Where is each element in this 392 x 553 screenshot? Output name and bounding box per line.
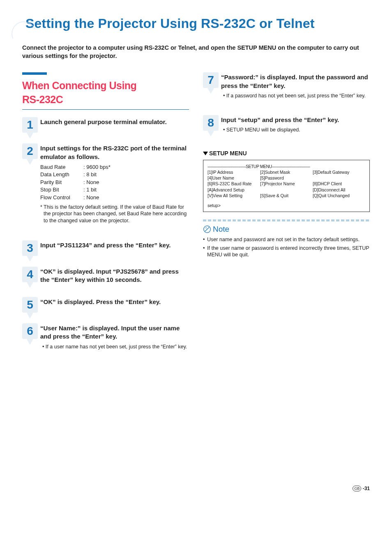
step-7-bullet: • If a password has not yet been set, ju… — [221, 92, 370, 99]
step-8-bullet-text: SETUP MENU will be displayed. — [226, 127, 300, 133]
setup-menu-box: -------------------------------SETUP MEN… — [203, 160, 370, 212]
step-tail-icon — [208, 131, 214, 136]
step-5: 5 “OK” is displayed. Press the “Enter” k… — [22, 297, 189, 313]
parity-bit-label: Parity Bit — [40, 179, 83, 186]
sm-r5c2: [S]Save & Quit — [260, 193, 313, 198]
sm-r2c2: [5]Password — [260, 175, 313, 181]
svg-point-2 — [205, 227, 206, 228]
note-item-1: User name and password are not set in th… — [203, 236, 370, 243]
note-item-2: If the user name or password is entered … — [203, 245, 370, 259]
step-4-title: “OK” is displayed. Input “PJS25678” and … — [40, 267, 189, 284]
step-2: 2 Input settings for the RS-232C port of… — [22, 143, 189, 229]
step-7-bullet-text: If a password has not yet been set, just… — [226, 93, 366, 99]
sm-r2c1: [4]User Name — [208, 175, 260, 181]
step-7-title: “Password:” is displayed. Input the pass… — [221, 73, 370, 90]
sm-r4c3: [D]Disconnect All — [313, 187, 365, 193]
step-tail-icon — [27, 159, 33, 165]
section-heading: When Connecting Using RS-232C — [22, 79, 189, 107]
step-3: 3 Input “PJS11234” and press the “Enter”… — [22, 240, 189, 256]
data-length-value: : 8 bit — [83, 171, 97, 178]
step-number-2: 2 — [22, 143, 38, 159]
step-number-1: 1 — [22, 117, 38, 133]
step-1-title: Launch general purpose terminal emulator… — [40, 118, 189, 126]
note-icon — [203, 225, 211, 233]
parity-bit-value: : None — [83, 179, 99, 186]
section-heading-line1: When Connecting Using — [22, 80, 136, 91]
step-7: 7 “Password:” is displayed. Input the pa… — [203, 72, 370, 104]
setup-menu-divider: -------------------------------SETUP MEN… — [208, 164, 365, 169]
step-tail-icon — [27, 133, 33, 138]
step-tail-icon — [27, 282, 33, 288]
note-title-text: Note — [213, 224, 229, 235]
sm-r1c1: [1]IP Address — [208, 169, 260, 175]
step-number-7: 7 — [203, 72, 219, 88]
setup-menu-heading: SETUP MENU — [209, 150, 247, 157]
setup-prompt: setup> — [208, 203, 365, 208]
step-1: 1 Launch general purpose terminal emulat… — [22, 117, 189, 133]
sm-r5c1: [V]View All Setting — [208, 193, 260, 198]
settings-list: Baud Rate: 9600 bps* Data Length: 8 bit … — [40, 164, 189, 201]
section-heading-line2: RS-232C — [22, 94, 63, 105]
section-accent-bar — [22, 72, 47, 75]
sm-r1c3: [3]Default Gateway — [313, 169, 365, 175]
step-number-5: 5 — [22, 297, 38, 313]
stop-bit-value: : 1 bit — [83, 186, 97, 194]
step-6-bullet-text: If a user name has not yet been set, jus… — [46, 344, 187, 350]
step-3-title: Input “PJS11234” and press the “Enter” k… — [40, 241, 189, 249]
step-tail-icon — [27, 339, 33, 345]
step-number-4: 4 — [22, 267, 38, 282]
sm-r4c2 — [260, 187, 313, 193]
sm-r5c3: [Q]Quit Unchanged — [313, 193, 365, 198]
page-title: Setting the Projector Using RS-232C or T… — [25, 15, 370, 32]
step-tail-icon — [27, 256, 33, 262]
step-number-8: 8 — [203, 115, 219, 131]
sm-r1c2: [2]Subnet Mask — [260, 169, 313, 175]
step-6-title: “User Name:” is displayed. Input the use… — [40, 324, 189, 341]
step-2-title: Input settings for the RS-232C port of t… — [40, 144, 189, 161]
step-5-title: “OK” is displayed. Press the “Enter” key… — [40, 298, 189, 306]
left-column: When Connecting Using RS-232C 1 Launch g… — [22, 72, 189, 366]
page-footer: GB -31 — [22, 485, 370, 492]
sm-r3c2: [7]Projector Name — [260, 181, 313, 187]
step-2-footnote: * This is the factory default setting. I… — [40, 204, 189, 225]
step-number-3: 3 — [22, 240, 38, 256]
right-column: 7 “Password:” is displayed. Input the pa… — [203, 72, 370, 366]
note-heading: Note — [203, 224, 370, 235]
gb-badge: GB — [353, 486, 361, 491]
step-8-title: Input “setup” and press the “Enter” key. — [221, 116, 370, 124]
step-number-6: 6 — [22, 323, 38, 339]
flow-control-label: Flow Control — [40, 194, 83, 201]
sm-r2c3 — [313, 175, 365, 181]
data-length-label: Data Length — [40, 171, 83, 178]
triangle-down-icon — [203, 152, 208, 155]
step-6-bullet: • If a user name has not yet been set, j… — [40, 343, 189, 350]
step-8: 8 Input “setup” and press the “Enter” ke… — [203, 115, 370, 139]
section-rule — [22, 109, 189, 110]
sm-r4c1: [A]Advanced Setup — [208, 187, 260, 193]
page-number: -31 — [363, 486, 370, 491]
sm-r3c1: [6]RS-232C Baud Rate — [208, 181, 260, 187]
note-separator-dots — [203, 219, 370, 221]
flow-control-value: : None — [83, 194, 99, 201]
step-8-bullet: • SETUP MENU will be displayed. — [221, 127, 370, 134]
note-list: User name and password are not set in th… — [203, 236, 370, 259]
stop-bit-label: Stop Bit — [40, 186, 83, 194]
baud-rate-value: : 9600 bps* — [83, 164, 111, 171]
intro-paragraph: Connect the projector to a computer usin… — [22, 44, 370, 60]
step-4: 4 “OK” is displayed. Input “PJS25678” an… — [22, 267, 189, 287]
sm-r3c3: [8]DHCP Client — [313, 181, 365, 187]
step-tail-icon — [208, 88, 214, 94]
step-6: 6 “User Name:” is displayed. Input the u… — [22, 323, 189, 355]
step-tail-icon — [27, 313, 33, 318]
setup-menu-heading-row: SETUP MENU — [203, 150, 370, 157]
baud-rate-label: Baud Rate — [40, 164, 83, 171]
